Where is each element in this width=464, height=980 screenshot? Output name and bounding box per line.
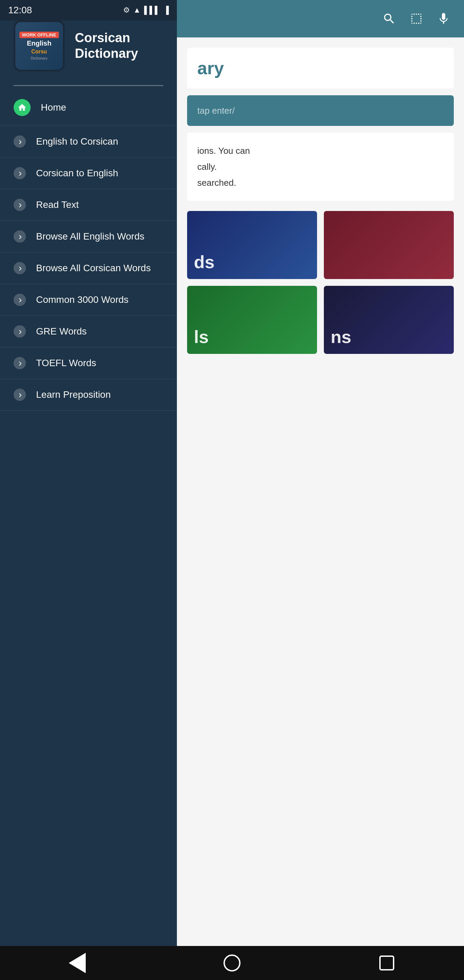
sidebar-item-toefl[interactable]: TOEFL Words	[0, 347, 177, 379]
chevron-icon-english-corsican	[14, 135, 26, 148]
recents-icon	[379, 956, 394, 970]
sidebar-item-read-text[interactable]: Read Text	[0, 189, 177, 221]
sidebar-item-toefl-label: TOEFL Words	[36, 358, 163, 369]
logo-lang1: English	[27, 40, 51, 47]
top-bar	[177, 0, 464, 37]
chevron-icon-browse-english	[14, 231, 26, 243]
sidebar-item-english-to-corsican[interactable]: English to Corsican	[0, 126, 177, 158]
search-button[interactable]	[379, 8, 399, 29]
card-dark[interactable]: ns	[324, 286, 454, 354]
instruction-text: ions. You cancally.searched.	[197, 143, 443, 191]
card-blue-label: ds	[194, 252, 215, 272]
sidebar-item-browse-corsican-label: Browse All Corsican Words	[36, 263, 163, 274]
home-nav-icon	[224, 955, 240, 972]
bottom-nav	[0, 946, 464, 980]
search-bar[interactable]: tap enter/	[187, 95, 454, 126]
logo-lang2: Corsu	[31, 49, 47, 55]
sidebar-item-browse-english[interactable]: Browse All English Words	[0, 221, 177, 253]
recents-button[interactable]	[373, 953, 400, 973]
app-title: Corsican Dictionary	[75, 30, 138, 61]
home-icon	[14, 99, 30, 116]
main-content: ary tap enter/ ions. You cancally.search…	[177, 0, 464, 980]
status-bar: 12:08 ⚙ ▲ ▌▌▌ ▐	[0, 0, 177, 21]
sidebar-item-learn-preposition[interactable]: Learn Preposition	[0, 379, 177, 411]
signal-icon: ▌▌▌	[144, 6, 160, 14]
settings-status-icon: ⚙	[123, 6, 130, 14]
logo-badge: Work Offline	[19, 32, 59, 38]
home-button[interactable]	[218, 953, 246, 973]
chevron-icon-browse-corsican	[14, 262, 26, 274]
sidebar-item-corsican-to-english[interactable]: Corsican to English	[0, 158, 177, 189]
chevron-icon-read-text	[14, 199, 26, 211]
back-icon	[69, 953, 86, 973]
card-green[interactable]: ls	[187, 286, 317, 354]
app-title-block: Corsican Dictionary	[75, 30, 138, 61]
content-area: ary tap enter/ ions. You cancally.search…	[177, 37, 464, 364]
card-dark-label: ns	[331, 327, 351, 347]
back-button[interactable]	[64, 953, 91, 973]
logo-sub: Dictionary	[31, 56, 48, 60]
sidebar-item-home[interactable]: Home	[0, 89, 177, 126]
chevron-icon-corsican-english	[14, 167, 26, 179]
navigation-drawer: 12:08 ⚙ ▲ ▌▌▌ ▐ Work Offline English Cor…	[0, 0, 177, 980]
card-blue[interactable]: ds	[187, 211, 317, 279]
battery-icon: ▐	[163, 6, 169, 14]
chevron-icon-learn-preposition	[14, 388, 26, 401]
chevron-icon-gre	[14, 325, 26, 337]
instruction-card: ions. You cancally.searched.	[187, 133, 454, 201]
card-grid: ds ls ns	[187, 211, 454, 354]
sidebar-item-common-3000[interactable]: Common 3000 Words	[0, 284, 177, 316]
app-logo: Work Offline English Corsu Dictionary	[14, 21, 65, 72]
sidebar-item-home-label: Home	[41, 102, 163, 113]
wifi-icon: ▲	[133, 6, 141, 14]
status-icons: ⚙ ▲ ▌▌▌ ▐	[123, 6, 169, 14]
sidebar-item-browse-corsican[interactable]: Browse All Corsican Words	[0, 253, 177, 284]
card-maroon[interactable]	[324, 211, 454, 279]
card-green-label: ls	[194, 327, 208, 347]
sidebar-item-corsican-english-label: Corsican to English	[36, 168, 163, 179]
title-card: ary	[187, 48, 454, 89]
sidebar-item-english-corsican-label: English to Corsican	[36, 136, 163, 147]
sidebar-item-common-3000-label: Common 3000 Words	[36, 294, 163, 305]
sidebar-item-browse-english-label: Browse All English Words	[36, 231, 163, 242]
chevron-icon-toefl	[14, 357, 26, 369]
dictionary-title: ary	[197, 58, 224, 78]
scan-button[interactable]	[406, 8, 427, 29]
search-hint: tap enter/	[197, 105, 235, 116]
sidebar-item-gre-label: GRE Words	[36, 326, 163, 337]
sidebar-item-learn-preposition-label: Learn Preposition	[36, 389, 163, 400]
chevron-icon-common-3000	[14, 294, 26, 306]
mic-button[interactable]	[434, 8, 454, 29]
sidebar-item-read-text-label: Read Text	[36, 199, 163, 210]
status-time: 12:08	[8, 5, 32, 16]
menu-list: Home English to Corsican Corsican to Eng…	[0, 86, 177, 980]
sidebar-item-gre[interactable]: GRE Words	[0, 316, 177, 347]
